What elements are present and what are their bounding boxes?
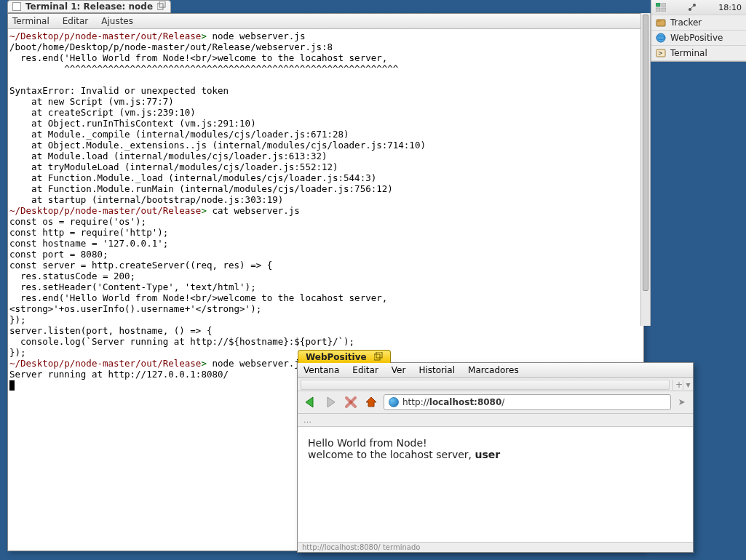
browser-toolbar: http://localhost:8080/ xyxy=(298,391,693,414)
code: }); xyxy=(9,347,26,358)
back-button[interactable] xyxy=(302,394,318,410)
terminal-body[interactable]: ~/Desktop/p/node-master/out/Release> nod… xyxy=(8,29,643,392)
svg-rect-13 xyxy=(157,4,163,9)
url-suffix: / xyxy=(501,397,504,407)
deskbar-tray[interactable]: 18:10 xyxy=(651,0,746,15)
term-line: res.end('Hello World from Node!<br/>welc… xyxy=(9,52,387,63)
url-text: http://localhost:8080/ xyxy=(402,397,504,407)
loading-status: … xyxy=(298,414,693,427)
deskbar: 18:10 Tracker WebPositive > Terminal xyxy=(651,0,746,62)
content-line: Hello World from Node! xyxy=(308,437,683,449)
svg-rect-15 xyxy=(374,354,380,360)
deskbar-app-tracker[interactable]: Tracker xyxy=(651,15,746,31)
svg-line-6 xyxy=(690,5,694,9)
deskbar-app-label: Terminal xyxy=(670,48,707,58)
code: res.end('Hello World from Node!<br/>welc… xyxy=(9,292,387,303)
url-host: localhost:8080 xyxy=(429,397,502,407)
terminal-close-icon[interactable] xyxy=(12,2,21,11)
tab-dropdown-icon[interactable]: ▾ xyxy=(683,380,693,390)
code: server.listen(port, hostname, () => { xyxy=(9,325,212,336)
deskbar-app-label: Tracker xyxy=(670,17,702,28)
code: const server = http.createServer((req, r… xyxy=(9,260,272,271)
tray-network-icon[interactable] xyxy=(687,2,697,12)
term-line: ^^^^^^^^^^^^^^^^^^^^^^^^^^^^^^^^^^^^^^^^… xyxy=(9,63,398,74)
content-username: user xyxy=(475,449,500,460)
code: res.setHeader('Content-Type', 'text/html… xyxy=(9,281,256,292)
menu-editar[interactable]: Editar xyxy=(352,365,378,375)
menu-marcadores[interactable]: Marcadores xyxy=(468,365,519,375)
go-button[interactable] xyxy=(675,396,689,409)
code: const os = require('os'); xyxy=(9,216,146,227)
tray-clock[interactable]: 18:10 xyxy=(718,3,742,12)
menu-terminal[interactable]: Terminal xyxy=(12,16,49,26)
page-content: Hello World from Node! welcome to the lo… xyxy=(298,427,693,543)
cmd-line: node webserver.js xyxy=(212,31,305,41)
svg-rect-1 xyxy=(662,3,666,7)
url-prefix: http:// xyxy=(402,397,429,407)
svg-text:>: > xyxy=(658,50,663,57)
site-globe-icon xyxy=(389,397,399,407)
statusbar: http://localhost:8080/ terminado xyxy=(298,542,693,552)
webpositive-window-tab[interactable]: WebPositive xyxy=(298,350,391,363)
menu-ventana[interactable]: Ventana xyxy=(303,365,339,375)
stk: at Function.Module.runMain (internal/mod… xyxy=(9,183,393,194)
svg-marker-17 xyxy=(306,397,313,407)
terminal-menubar: Terminal Editar Ajustes xyxy=(8,14,643,29)
webpositive-window: WebPositive Ventana Editar Ver Historial… xyxy=(297,362,694,553)
webpositive-menubar: Ventana Editar Ver Historial Marcadores xyxy=(298,363,693,378)
code: const http = require('http'); xyxy=(9,227,168,238)
background-window-scrollbar[interactable] xyxy=(640,13,651,326)
terminal-window-tab[interactable]: Terminal 1: Release: node xyxy=(7,0,171,13)
term-line: Server running at http://127.0.0.1:8080/ xyxy=(9,369,229,380)
prompt-path: ~/Desktop/p/node-master/out/Release xyxy=(9,205,201,216)
deskbar-app-webpositive[interactable]: WebPositive xyxy=(651,31,746,46)
cmd-line: cat webserver.js xyxy=(212,205,299,216)
webpositive-icon xyxy=(656,33,666,43)
tray-workspaces-icon[interactable] xyxy=(656,2,666,12)
cmd-line: node webserver.js xyxy=(212,358,305,369)
stk: at Module.load (internal/modules/cjs/loa… xyxy=(9,151,328,161)
terminal-stack-icon[interactable] xyxy=(157,1,166,12)
stk: at Module._compile (internal/modules/cjs… xyxy=(9,129,349,140)
menu-editar[interactable]: Editar xyxy=(63,16,89,26)
new-tab-button[interactable]: + xyxy=(672,380,683,390)
browser-tab[interactable] xyxy=(301,380,670,390)
code: console.log(`Server running at http://${… xyxy=(9,336,354,347)
menu-ver[interactable]: Ver xyxy=(392,365,406,375)
browser-tabstrip: + ▾ xyxy=(298,378,693,391)
stop-button[interactable] xyxy=(343,394,359,410)
terminal-icon: > xyxy=(656,48,666,58)
webpositive-title: WebPositive xyxy=(306,352,367,362)
svg-marker-21 xyxy=(366,397,376,407)
address-bar[interactable]: http://localhost:8080/ xyxy=(384,394,671,410)
stk: at new Script (vm.js:77:7) xyxy=(9,96,174,107)
stk: at Function.Module._load (internal/modul… xyxy=(9,172,376,183)
stk: at Object.runInThisContext (vm.js:291:10… xyxy=(9,118,256,129)
svg-rect-14 xyxy=(159,1,165,7)
menu-ajustes[interactable]: Ajustes xyxy=(101,16,133,26)
tracker-icon xyxy=(656,17,666,28)
code: }); xyxy=(9,314,26,325)
menu-historial[interactable]: Historial xyxy=(418,365,455,375)
deskbar-app-terminal[interactable]: > Terminal xyxy=(651,46,746,61)
svg-rect-2 xyxy=(656,8,660,12)
window-stack-icon[interactable] xyxy=(374,352,383,362)
terminal-title: Terminal 1: Release: node xyxy=(25,1,153,12)
stk: at createScript (vm.js:239:10) xyxy=(9,107,196,118)
term-line: /boot/home/Desktop/p/node-master/out/Rel… xyxy=(9,41,333,52)
svg-rect-16 xyxy=(376,352,382,358)
term-line: SyntaxError: Invalid or unexpected token xyxy=(9,85,229,96)
prompt-path: ~/Desktop/p/node-master/out/Release xyxy=(9,31,201,41)
content-text: welcome to the locahost server, xyxy=(308,449,475,460)
stk: at startup (internal/bootstrap/node.js:3… xyxy=(9,194,283,205)
forward-button[interactable] xyxy=(322,394,338,410)
scrollbar-thumb[interactable] xyxy=(643,15,648,291)
svg-point-9 xyxy=(656,33,665,42)
home-button[interactable] xyxy=(363,394,379,410)
terminal-cursor xyxy=(9,380,15,391)
code: const port = 8080; xyxy=(9,249,108,260)
deskbar-app-label: WebPositive xyxy=(670,33,723,43)
stk: at tryModuleLoad (internal/modules/cjs/l… xyxy=(9,161,338,172)
svg-marker-18 xyxy=(328,397,335,407)
stk: at Object.Module._extensions..js (intern… xyxy=(9,140,426,151)
